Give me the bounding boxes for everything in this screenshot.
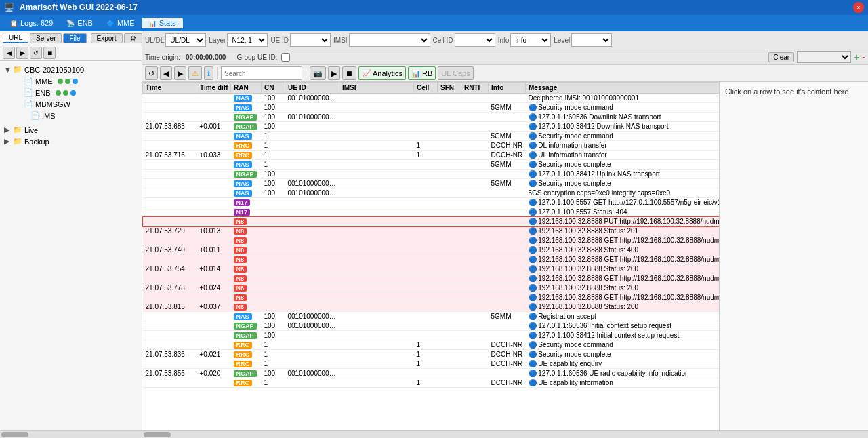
info-select[interactable]: Info: [510, 33, 551, 47]
close-button[interactable]: ×: [853, 2, 864, 13]
table-row[interactable]: NAS1000010100000000015GS encryption caps…: [143, 188, 720, 198]
analytics-icon: 📈: [362, 69, 371, 78]
layer-select[interactable]: N12, 1: [227, 33, 268, 47]
th-cn: CN: [262, 83, 285, 94]
sidebar-hscrollbar[interactable]: [0, 430, 142, 438]
table-row[interactable]: 21.07.53.836+0.021RRC11DCCH-NR🔵 Security…: [143, 350, 720, 359]
sidebar-item-mme[interactable]: 📄 MME: [3, 75, 139, 87]
table-row[interactable]: NAS1000010100000000015GMM🔵 Registration …: [143, 312, 720, 321]
th-imsi: IMSI: [339, 83, 414, 94]
nav-back-button[interactable]: ◀: [3, 47, 15, 59]
prev-button[interactable]: ◀: [160, 66, 172, 80]
table-row[interactable]: N17🔵 127.0.1.100.5557 Status: 404: [143, 207, 720, 217]
filter-bar: UL/DL UL/DL UL DL Layer N12, 1 UE ID: [142, 31, 868, 49]
table-row[interactable]: N17🔵 127.0.1.100.5557 GET http://127.0.1…: [143, 198, 720, 207]
url-button[interactable]: URL: [3, 33, 28, 43]
table-row[interactable]: 21.07.53.815+0.037N8🔵 192.168.100.32.888…: [143, 302, 720, 312]
search-input[interactable]: [221, 66, 302, 80]
table-row[interactable]: NAS15GMM🔵 Security mode complete: [143, 160, 720, 170]
content-hscrollbar[interactable]: [142, 430, 868, 438]
group-ueid-checkbox[interactable]: [281, 53, 290, 62]
stop-button[interactable]: ⏹: [342, 66, 356, 80]
nav-forward-button[interactable]: ▶: [16, 47, 28, 59]
imsi-select[interactable]: [349, 33, 430, 47]
info-filter-group: Info Info: [498, 33, 552, 47]
table-row[interactable]: RRC11DCCH-NR🔵 UE capability information: [143, 378, 720, 388]
tab-mme[interactable]: 🔷 MME: [100, 18, 142, 28]
log-table-container[interactable]: Time Time diff RAN CN UE ID IMSI Cell SF…: [142, 82, 719, 430]
table-row[interactable]: N8🔵 192.168.100.32.8888 GET http://192.1…: [143, 236, 720, 245]
table-row[interactable]: 21.07.53.683+0.001NGAP100🔵 127.0.1.100.3…: [143, 122, 720, 132]
table-row[interactable]: 21.07.53.856+0.020NGAP100001010000000001…: [143, 369, 720, 378]
content-scroll-thumb[interactable]: [144, 432, 171, 437]
info-button[interactable]: ℹ: [204, 66, 213, 80]
table-row[interactable]: NGAP100001010000000001🔵 127.0.1.1:60536 …: [143, 321, 720, 331]
tab-logs-label: Logs: 629: [20, 19, 53, 27]
next-button[interactable]: ▶: [174, 66, 186, 80]
table-row[interactable]: 21.07.53.740+0.011N8🔵 192.168.100.32.888…: [143, 245, 720, 255]
rb-button[interactable]: 📊 RB: [408, 66, 436, 80]
play-button[interactable]: ▶: [328, 66, 340, 80]
table-row[interactable]: NAS100001010000000001Deciphered IMSI: 00…: [143, 94, 720, 103]
camera-button[interactable]: 📷: [310, 66, 326, 80]
uldl-select[interactable]: UL/DL UL DL: [165, 33, 206, 47]
tab-logs[interactable]: 📋 Logs: 629: [3, 18, 60, 28]
table-row[interactable]: NGAP100🔵 127.0.1.100.38412 Initial conte…: [143, 331, 720, 340]
level-select[interactable]: [571, 33, 612, 47]
server-button[interactable]: Server: [30, 33, 62, 43]
sidebar-item-live[interactable]: ▶ 📁 Live: [3, 124, 139, 136]
table-row[interactable]: RRC11DCCH-NR🔵 Security mode command: [143, 340, 720, 350]
table-row[interactable]: N8🔵 192.168.100.32.8888 PUT http://192.1…: [143, 217, 720, 226]
sidebar-item-cbc[interactable]: ▼ 📁 CBC-2021050100: [3, 64, 139, 75]
rb-label: RB: [422, 69, 432, 77]
tab-enb[interactable]: 📡 ENB: [60, 18, 100, 28]
table-row[interactable]: N8🔵 192.168.100.32.8888 GET http://192.1…: [143, 255, 720, 264]
remove-filter-button[interactable]: -: [862, 52, 865, 62]
th-time: Time: [143, 83, 197, 94]
nav-stop-button[interactable]: ⏹: [43, 47, 56, 59]
expand-icon-mbmsgw: [15, 100, 22, 108]
level-filter-group: Level: [554, 33, 612, 47]
sidebar-item-enb[interactable]: 📄 ENB: [3, 87, 139, 98]
th-timediff: Time diff: [197, 83, 231, 94]
export-button[interactable]: Export: [91, 33, 123, 43]
table-row[interactable]: NGAP100🔵 127.0.1.100.38412 Uplink NAS tr…: [143, 170, 720, 179]
separator: [217, 67, 218, 79]
table-row[interactable]: 21.07.53.729+0.013N8🔵 192.168.100.32.888…: [143, 226, 720, 236]
table-row[interactable]: 21.07.53.778+0.024N8🔵 192.168.100.32.888…: [143, 283, 720, 293]
file-button[interactable]: File: [63, 33, 86, 43]
table-row[interactable]: RRC11DCCH-NR🔵 DL information transfer: [143, 141, 720, 151]
tab-stats[interactable]: 📊 Stats: [142, 18, 183, 28]
table-row[interactable]: N8🔵 192.168.100.32.8888 GET http://192.1…: [143, 293, 720, 302]
sidebar-item-mbmsgw[interactable]: 📄 MBMSGW: [3, 98, 139, 110]
table-row[interactable]: 21.07.53.754+0.014N8🔵 192.168.100.32.888…: [143, 264, 720, 274]
mme-dot-1: [58, 79, 63, 84]
warning-button[interactable]: ⚠: [188, 66, 202, 80]
group-select[interactable]: [797, 51, 851, 63]
table-row[interactable]: 21.07.53.716+0.033RRC11DCCH-NR🔵 UL infor…: [143, 151, 720, 160]
sidebar-item-backup[interactable]: ▶ 📁 Backup: [3, 136, 139, 147]
mme-dot-2: [65, 79, 70, 84]
table-row[interactable]: NGAP100001010000000001🔵 127.0.1.1:60536 …: [143, 113, 720, 122]
settings-button[interactable]: ⚙: [124, 33, 142, 43]
clear-button[interactable]: Clear: [768, 52, 794, 62]
analytics-button[interactable]: 📈 Analytics: [358, 66, 406, 80]
expand-icon: ▼: [4, 66, 11, 74]
table-row[interactable]: NAS1005GMM🔵 Security mode command: [143, 103, 720, 113]
ulcaps-button[interactable]: UL Caps: [438, 66, 473, 80]
expand-icon-enb: [15, 89, 22, 97]
cellid-select[interactable]: [455, 33, 495, 47]
table-row[interactable]: N8🔵 192.168.100.32.8888 GET http://192.1…: [143, 274, 720, 283]
cellid-filter-group: Cell ID: [433, 33, 495, 47]
nav-refresh-button[interactable]: ↺: [30, 47, 42, 59]
enb-dot-2: [63, 90, 68, 96]
scroll-thumb[interactable]: [1, 432, 28, 437]
table-row[interactable]: NAS15GMM🔵 Security mode command: [143, 132, 720, 141]
sidebar-item-ims[interactable]: 📄 IMS: [3, 110, 139, 121]
table-row[interactable]: NAS1000010100000000015GMM🔵 Security mode…: [143, 179, 720, 188]
ueid-select[interactable]: [290, 33, 331, 47]
table-row[interactable]: RRC11DCCH-NR🔵 UE capability enquiry: [143, 359, 720, 369]
th-ueid: UE ID: [285, 83, 339, 94]
add-filter-button[interactable]: +: [854, 52, 859, 62]
refresh-button[interactable]: ↺: [145, 66, 158, 80]
